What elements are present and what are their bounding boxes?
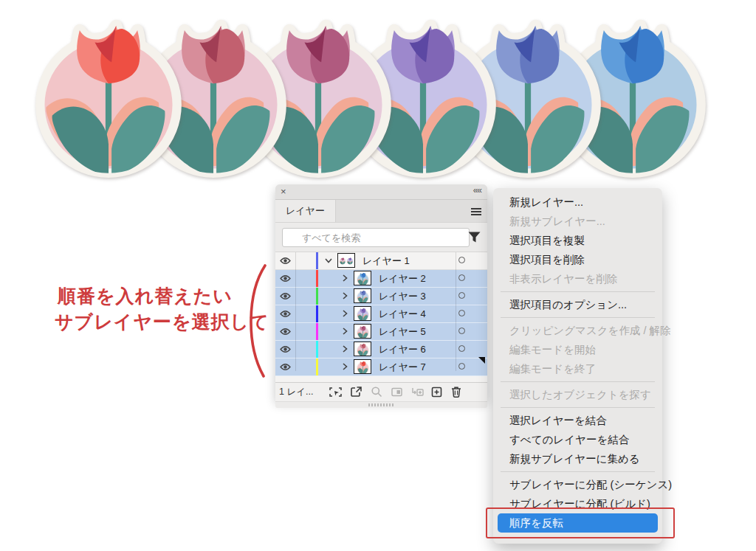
annotation-line-1: 順番を入れ替えたい — [58, 284, 233, 308]
layer-thumbnail[interactable] — [354, 288, 371, 303]
menu-item: クリッピングマスクを作成 / 解除 — [493, 321, 662, 340]
expand-chevron-icon[interactable] — [340, 327, 349, 336]
menu-item[interactable]: 選択項目を複製 — [493, 231, 662, 250]
collect-for-export-icon[interactable] — [329, 386, 343, 398]
search-row — [275, 223, 487, 252]
menu-item: 新規サブレイヤー... — [493, 212, 662, 231]
column-divider — [456, 252, 456, 371]
layer-name[interactable]: レイヤー 7 — [379, 361, 426, 374]
search-input[interactable] — [282, 228, 470, 247]
menu-item[interactable]: サブレイヤーに分配 (シーケンス) — [493, 475, 662, 494]
expand-chevron-icon[interactable] — [340, 291, 349, 300]
layer-color-bar — [316, 305, 318, 322]
filter-icon[interactable] — [467, 231, 481, 243]
layers-flyout-menu: 新規レイヤー...新規サブレイヤー...選択項目を複製選択項目を削除非表示レイヤ… — [493, 188, 662, 544]
column-divider — [295, 252, 296, 371]
close-icon[interactable]: × — [281, 186, 286, 198]
layer-name[interactable]: レイヤー 2 — [379, 272, 426, 285]
layer-thumbnail[interactable] — [354, 306, 371, 321]
tab-layers[interactable]: レイヤー — [275, 200, 336, 222]
layer-thumbnail[interactable] — [354, 324, 371, 339]
menu-item[interactable]: 選択レイヤーを結合 — [493, 411, 662, 430]
panel-menu-icon[interactable] — [471, 207, 481, 217]
layer-name[interactable]: レイヤー 3 — [379, 290, 426, 303]
layer-target-icon[interactable] — [458, 310, 465, 316]
visibility-eye-icon[interactable] — [280, 274, 291, 283]
menu-item: 非表示レイヤーを削除 — [493, 269, 662, 288]
visibility-eye-icon[interactable] — [280, 328, 291, 336]
panel-bottom-bar: 1 レイ... — [275, 382, 487, 401]
layer-thumbnail[interactable] — [354, 271, 371, 285]
annotation-line-2: サブレイヤーを選択して — [55, 310, 269, 334]
expand-chevron-icon[interactable] — [340, 274, 349, 283]
layer-color-bar — [316, 252, 318, 269]
expand-chevron-icon[interactable] — [340, 362, 349, 371]
expand-chevron-icon[interactable] — [340, 344, 349, 353]
new-layer-icon[interactable] — [430, 386, 443, 398]
menu-item: 選択したオブジェクトを探す — [493, 385, 662, 404]
layer-name[interactable]: レイヤー 6 — [379, 343, 426, 356]
visibility-eye-icon[interactable] — [280, 363, 291, 371]
layer-rows: レイヤー 1 レイヤー 2 レイヤー 3 — [275, 252, 487, 371]
menu-item: 編集モードを終了 — [493, 359, 662, 378]
layer-target-icon[interactable] — [458, 257, 465, 263]
layer-thumbnail[interactable] — [354, 359, 371, 374]
menu-separator — [493, 468, 662, 475]
new-sublayer-icon — [410, 386, 425, 398]
menu-item[interactable]: すべてのレイヤーを結合 — [493, 430, 662, 449]
expand-chevron-icon[interactable] — [324, 256, 333, 265]
drop-target-arrow-icon — [478, 357, 485, 364]
panel-footer — [275, 401, 487, 408]
layer-color-bar — [316, 341, 318, 358]
make-clipping-mask-icon — [391, 386, 404, 398]
menu-separator — [493, 288, 662, 295]
layer-name[interactable]: レイヤー 1 — [362, 254, 410, 268]
menu-item[interactable]: 選択項目を削除 — [493, 250, 662, 269]
layers-panel: × «« レイヤー レ — [275, 184, 487, 401]
menu-item[interactable]: 新規レイヤー... — [493, 193, 662, 212]
layer-name[interactable]: レイヤー 5 — [379, 325, 426, 339]
panel-resize-handle[interactable] — [368, 403, 395, 406]
annotation-curve — [240, 260, 269, 381]
layer-name[interactable]: レイヤー 4 — [379, 308, 426, 321]
layer-color-bar — [316, 323, 318, 340]
menu-item[interactable]: 新規サブレイヤーに集める — [493, 449, 662, 468]
visibility-eye-icon[interactable] — [280, 310, 291, 318]
export-icon[interactable] — [349, 386, 362, 398]
layer-thumbnail[interactable] — [337, 253, 355, 268]
menu-separator — [493, 404, 662, 411]
layer-target-icon[interactable] — [458, 345, 465, 352]
layer-target-icon[interactable] — [458, 292, 465, 299]
menu-separator — [493, 378, 662, 385]
menu-item: 編集モードを開始 — [493, 340, 662, 359]
annotation-highlight-box — [486, 507, 675, 538]
tulip-sticker-tulip-red — [32, 3, 185, 179]
layer-target-icon[interactable] — [458, 274, 465, 281]
menu-separator — [493, 314, 662, 321]
visibility-eye-icon[interactable] — [280, 257, 291, 265]
collapse-panel-icon[interactable]: «« — [473, 185, 481, 195]
panel-tab-bar: レイヤー — [275, 200, 487, 223]
visibility-eye-icon[interactable] — [280, 345, 291, 353]
illustrator-screenshot: 順番を入れ替えたい サブレイヤーを選択して × «« レイヤー — [0, 0, 756, 551]
expand-chevron-icon[interactable] — [340, 309, 349, 318]
layer-target-icon[interactable] — [458, 328, 465, 334]
layer-target-icon[interactable] — [458, 363, 465, 370]
layer-thumbnail[interactable] — [354, 342, 371, 356]
layer-color-bar — [316, 270, 318, 287]
menu-item[interactable]: 選択項目のオプション... — [493, 295, 662, 314]
layer-color-bar — [316, 288, 318, 305]
locate-object-icon — [371, 386, 383, 398]
visibility-eye-icon[interactable] — [280, 292, 291, 300]
layer-color-bar — [316, 358, 318, 375]
layer-count-status: 1 レイ... — [279, 386, 313, 398]
panel-title-strip: × «« — [275, 184, 487, 200]
trash-icon[interactable] — [450, 386, 462, 398]
